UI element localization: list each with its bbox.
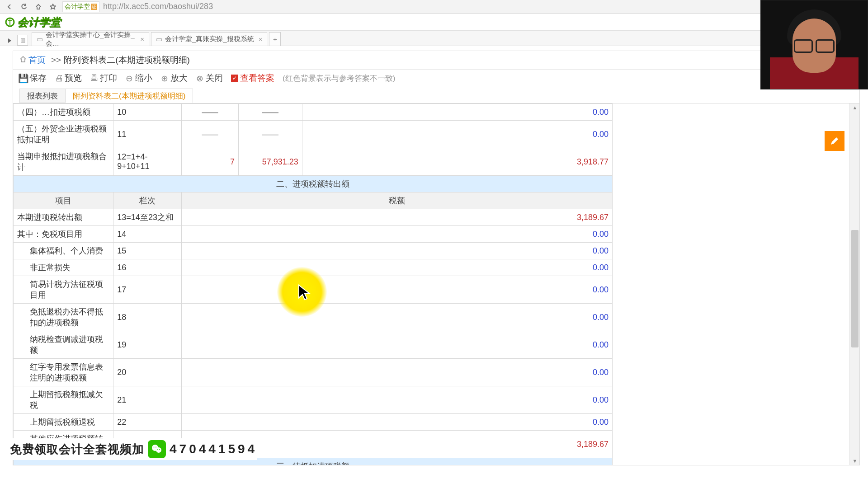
row-column-no: 11 — [113, 121, 182, 148]
footer-banner: 免费领取会计全套视频加 470441594 — [10, 438, 257, 460]
doc-chip-icon[interactable]: ▥ — [17, 35, 28, 46]
tax-table: （四）…扣进项税额10————0.00（五）外贸企业进项税额抵扣证明11————… — [13, 103, 613, 465]
badge-mark-icon: 证 — [91, 4, 97, 10]
brand-text: 会计学堂 — [17, 15, 61, 29]
row-value[interactable]: 0.00 — [182, 226, 613, 243]
row-cell[interactable]: —— — [182, 121, 239, 148]
answer-note: (红色背景表示与参考答案不一致) — [283, 73, 395, 84]
row-value[interactable]: 0.00 — [182, 331, 613, 359]
scroll-thumb[interactable] — [851, 230, 859, 347]
row-label: 上期留抵税额抵减欠税 — [14, 386, 113, 414]
row-column-no: 22 — [113, 414, 182, 431]
row-value[interactable]: 3,918.77 — [302, 148, 612, 176]
row-label: 红字专用发票信息表注明的进项税额 — [14, 359, 113, 386]
save-button[interactable]: 💾保存 — [19, 72, 47, 84]
row-cell[interactable]: 7 — [182, 148, 239, 176]
table-row: 简易计税方法征税项目用170.00 — [14, 276, 613, 304]
breadcrumb-home[interactable]: 首页 — [19, 54, 46, 66]
nav-back-icon[interactable] — [5, 2, 14, 12]
row-label: 当期申报抵扣进项税额合计 — [14, 148, 113, 176]
table-viewport[interactable]: （四）…扣进项税额10————0.00（五）外贸企业进项税额抵扣证明11————… — [13, 103, 849, 465]
row-column-no: 10 — [113, 104, 182, 121]
zoom-in-button[interactable]: ⊕放大 — [160, 72, 188, 84]
close-button[interactable]: ⊗关闭 — [196, 72, 223, 84]
zoom-out-icon: ⊖ — [125, 74, 133, 82]
table-row: 免抵退税办法不得抵扣的进项税额180.00 — [14, 304, 613, 331]
scroll-down-icon[interactable]: ▼ — [850, 457, 859, 465]
preview-button[interactable]: 🖨预览 — [55, 72, 82, 84]
page-panel: 首页 >> 附列资料表二(本期进项税额明细) 💾保存 🖨预览 🖶打印 ⊖缩小 ⊕… — [13, 51, 860, 465]
site-badge: 会计学堂 证 — [62, 1, 99, 12]
svg-point-5 — [157, 449, 158, 450]
footer-contact-number: 470441594 — [170, 442, 257, 456]
print-icon: 🖶 — [90, 74, 98, 82]
home-icon — [19, 55, 27, 65]
run-arrow-icon[interactable] — [5, 36, 14, 46]
save-icon: 💾 — [19, 74, 28, 82]
row-cell[interactable]: —— — [238, 121, 302, 148]
row-column-no: 19 — [113, 331, 182, 359]
pencil-icon — [830, 136, 840, 146]
row-value[interactable]: 0.00 — [182, 259, 613, 276]
table-row: 非正常损失160.00 — [14, 259, 613, 276]
svg-point-2 — [156, 447, 161, 453]
zoom-out-button[interactable]: ⊖缩小 — [125, 72, 152, 84]
row-value[interactable]: 0.00 — [182, 304, 613, 331]
table-row: （五）外贸企业进项税额抵扣证明11————0.00 — [14, 121, 613, 148]
tab-close-icon[interactable]: × — [259, 35, 263, 43]
row-value[interactable]: 0.00 — [302, 104, 612, 121]
nav-home-icon[interactable] — [33, 2, 43, 12]
nav-reload-icon[interactable] — [19, 2, 29, 12]
row-label: 本期进项税转出额 — [14, 209, 113, 226]
vertical-scrollbar[interactable]: ▲ ▼ — [849, 103, 859, 465]
row-value[interactable]: 0.00 — [182, 414, 613, 431]
brand-strip: 会计学堂 — [0, 14, 868, 31]
table-row: 当期申报抵扣进项税额合计12=1+4-9+10+11757,931.233,91… — [14, 148, 613, 176]
row-column-no: 18 — [113, 304, 182, 331]
breadcrumb-sep: >> — [51, 55, 61, 65]
row-value[interactable]: 0.00 — [182, 243, 613, 259]
inner-tabs: 报表列表 附列资料表二(本期进项税额明细) — [13, 87, 859, 103]
table-row: 本期进项税转出额13=14至23之和3,189.67 — [14, 209, 613, 226]
browser-tab[interactable]: ▭ 会计学堂实操中心_会计实操_会… × — [32, 32, 149, 46]
table-row: 上期留抵税额退税220.00 — [14, 414, 613, 431]
row-column-no: 15 — [113, 243, 182, 259]
new-tab-button[interactable]: + — [269, 32, 281, 46]
table-row: （四）…扣进项税额10————0.00 — [14, 104, 613, 121]
footer-text: 免费领取会计全套视频加 — [10, 441, 144, 457]
row-column-no: 14 — [113, 226, 182, 243]
show-answer-toggle[interactable]: ✓ 查看答案 — [231, 72, 274, 84]
section-header: 二、进项税额转出额 — [14, 176, 613, 192]
row-column-no: 20 — [113, 359, 182, 386]
row-column-no: 13=14至23之和 — [113, 209, 182, 226]
table-row: 红字专用发票信息表注明的进项税额200.00 — [14, 359, 613, 386]
tab-close-icon[interactable]: × — [140, 35, 144, 43]
table-row: 其中：免税项目用140.00 — [14, 226, 613, 243]
tab-report-list[interactable]: 报表列表 — [19, 89, 66, 103]
row-value[interactable]: 0.00 — [182, 276, 613, 304]
row-label: 纳税检查调减进项税额 — [14, 331, 113, 359]
tab-label: 会计学堂实操中心_会计实操_会… — [46, 31, 136, 48]
scroll-up-icon[interactable]: ▲ — [850, 103, 859, 112]
row-column-no: 16 — [113, 259, 182, 276]
url-text[interactable]: http://lx.acc5.com/baoshui/283 — [103, 2, 213, 11]
row-cell[interactable]: 57,931.23 — [238, 148, 302, 176]
side-action-button[interactable] — [825, 131, 844, 151]
tab-appendix2[interactable]: 附列资料表二(本期进项税额明细) — [65, 89, 193, 103]
row-value[interactable]: 0.00 — [182, 386, 613, 414]
row-cell[interactable]: —— — [182, 104, 239, 121]
row-value[interactable]: 0.00 — [182, 359, 613, 386]
table-wrap: （四）…扣进项税额10————0.00（五）外贸企业进项税额抵扣证明11————… — [13, 103, 859, 465]
brand-logo-icon — [5, 17, 15, 28]
table-row: 集体福利、个人消费150.00 — [14, 243, 613, 259]
browser-tab[interactable]: ▭ 会计学堂_真账实操_报税系统 × — [151, 32, 267, 46]
breadcrumb-current: 附列资料表二(本期进项税额明细) — [64, 54, 190, 66]
table-header-row: 项目 栏次 税额 — [14, 192, 613, 209]
nav-star-icon[interactable] — [48, 2, 58, 12]
print-button[interactable]: 🖶打印 — [90, 72, 117, 84]
row-value[interactable]: 0.00 — [302, 121, 612, 148]
tab-label: 会计学堂_真账实操_报税系统 — [165, 35, 254, 43]
row-value[interactable]: 3,189.67 — [182, 209, 613, 226]
row-cell[interactable]: —— — [238, 104, 302, 121]
browser-tabs: ▥ ▭ 会计学堂实操中心_会计实操_会… × ▭ 会计学堂_真账实操_报税系统 … — [0, 31, 868, 46]
